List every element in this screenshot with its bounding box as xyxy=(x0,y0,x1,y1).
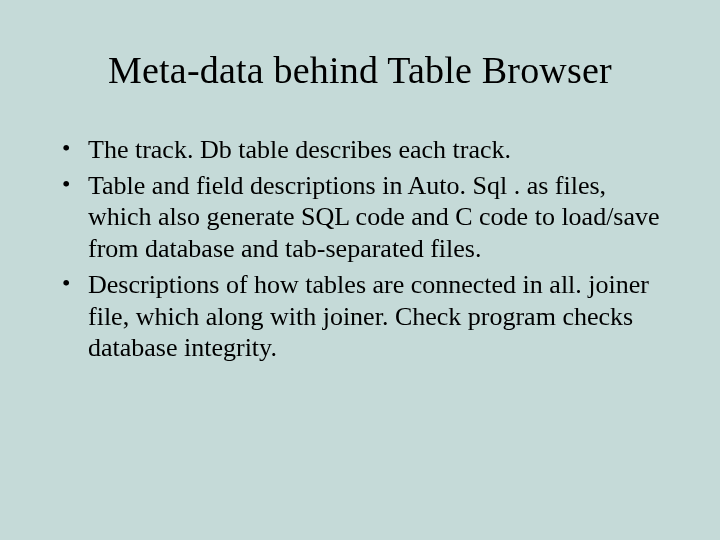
bullet-list: The track. Db table describes each track… xyxy=(58,134,662,364)
list-item: The track. Db table describes each track… xyxy=(58,134,662,166)
list-item: Descriptions of how tables are connected… xyxy=(58,269,662,364)
slide: Meta-data behind Table Browser The track… xyxy=(0,0,720,364)
list-item: Table and field descriptions in Auto. Sq… xyxy=(58,170,662,265)
slide-title: Meta-data behind Table Browser xyxy=(58,48,662,92)
